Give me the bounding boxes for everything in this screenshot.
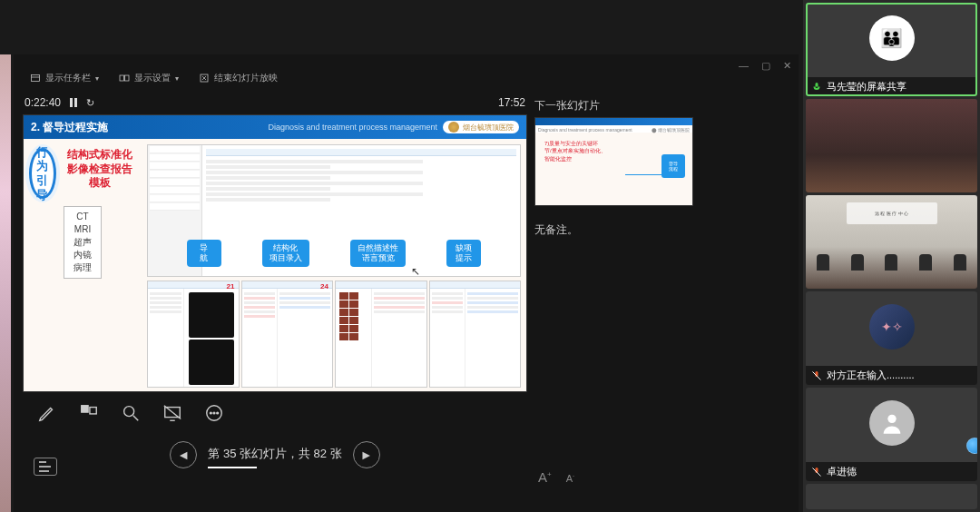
show-taskbar-button[interactable]: 显示任务栏 ▾ — [30, 72, 99, 84]
avatar: ✦✧ — [869, 304, 915, 350]
participant-tile-partial[interactable] — [806, 484, 977, 509]
slide-nav: ◄ 第 35 张幻灯片，共 82 张 ► — [23, 434, 527, 481]
participant-name: 对方正在输入.......... — [827, 369, 915, 382]
mock-thumbs-row: 21 24 — [147, 281, 521, 388]
minimize-icon[interactable]: — — [739, 60, 749, 72]
pill-nav: 导 航 — [187, 240, 221, 267]
next-slide-thumb[interactable]: Diagnosis and treatment process manageme… — [534, 117, 693, 206]
mic-off-icon — [811, 370, 822, 381]
restart-timer-icon[interactable]: ↻ — [86, 97, 94, 109]
pill-structured: 结构化 项目录入 — [262, 240, 309, 267]
modality-list: CT MRI 超声 内镜 病理 — [64, 206, 102, 279]
svg-point-17 — [217, 412, 219, 414]
next-slide-label: 下一张幻灯片 — [534, 94, 789, 117]
prev-slide-button[interactable]: ◄ — [170, 441, 197, 468]
slide-header-sub: Diagnosis and treatment process manageme… — [268, 123, 437, 132]
slides-view-icon[interactable] — [77, 401, 101, 425]
cursor-icon: ↖ — [411, 265, 420, 278]
next-line: 智能化监控 — [544, 156, 572, 162]
pen-icon[interactable] — [35, 401, 59, 425]
end-slideshow-button[interactable]: 结束幻灯片放映 — [199, 72, 278, 84]
slide-body: 行为 引导 结构式标准化影像检查报告模板 CT MRI 超声 内镜 病理 — [24, 139, 526, 392]
participant-tile[interactable]: ✦✧ 对方正在输入.......... — [806, 291, 977, 385]
participant-tile[interactable]: 远 程 医 疗 中 心 远程赵磊 — [806, 195, 977, 289]
modality-item: MRI — [74, 223, 92, 236]
clock-time: 17:52 — [498, 96, 525, 109]
slide-red-title: 结构式标准化影像检查报告模板 — [64, 148, 136, 191]
current-slide[interactable]: 2. 督导过程实施 Diagnosis and treatment proces… — [23, 114, 527, 392]
mock-thumb: 24 — [241, 281, 334, 388]
show-taskbar-label: 显示任务栏 — [45, 72, 91, 84]
annotation-toolbar — [23, 392, 527, 434]
right-pane: 下一张幻灯片 Diagnosis and treatment process m… — [534, 91, 789, 512]
black-screen-icon[interactable] — [161, 401, 184, 425]
content-row: 0:22:40 ↻ 17:52 2. 督导过程实施 Diagnosis and … — [14, 91, 799, 512]
svg-line-10 — [133, 416, 139, 421]
pill-missing: 缺项 提示 — [446, 240, 481, 267]
next-line: 节/重点对象实施自动化、 — [544, 148, 606, 153]
participant-tile[interactable]: 喀什地区第一人民医院 — [806, 99, 977, 192]
top-gap — [0, 0, 803, 54]
participants-panel: 👪 马先莹的屏幕共享 喀什地区第一人民医院 远 程 医 疗 中 心 远程赵磊 ✦… — [803, 0, 980, 512]
next-line: 7)质量与安全的关键环 — [544, 141, 598, 146]
chevron-down-icon: ▾ — [95, 74, 99, 83]
svg-rect-8 — [90, 408, 96, 414]
slide-header: 2. 督导过程实施 Diagnosis and treatment proces… — [24, 115, 526, 139]
video-feed — [806, 99, 977, 192]
current-slide-pane: 0:22:40 ↻ 17:52 2. 督导过程实施 Diagnosis and … — [23, 91, 527, 512]
hospital-badge: 烟台毓璜顶医院 — [443, 121, 519, 133]
slide-counter[interactable]: 第 35 张幻灯片，共 82 张 — [208, 446, 341, 465]
modality-item: 内镜 — [74, 249, 92, 261]
participant-name: 马先莹的屏幕共享 — [827, 80, 906, 94]
avatar: 👪 — [869, 15, 915, 61]
svg-rect-0 — [32, 75, 40, 82]
participant-tile[interactable]: 👪 马先莹的屏幕共享 — [806, 3, 977, 96]
mock-thumb — [335, 281, 427, 388]
font-decrease-button[interactable]: A- — [566, 473, 574, 484]
more-options-icon[interactable] — [202, 401, 226, 425]
svg-point-21 — [887, 415, 896, 423]
window-controls: — ▢ ✕ — [739, 60, 791, 72]
hospital-logo-icon — [448, 122, 459, 133]
behavior-guide-circle: 行为 引导 — [29, 148, 56, 199]
mock-thumb: 21 — [147, 281, 240, 388]
elapsed-time: 0:22:40 — [24, 96, 61, 109]
participant-tile[interactable]: 卓进德 — [806, 388, 977, 481]
presenter-toolbar: 显示任务栏 ▾ 显示设置 ▾ 结束幻灯片放映 — [14, 65, 799, 91]
svg-rect-7 — [82, 406, 88, 412]
pause-icon[interactable] — [70, 98, 77, 107]
time-row: 0:22:40 ↻ 17:52 — [23, 91, 527, 114]
close-icon[interactable]: ✕ — [783, 60, 791, 72]
mock-app-screenshot: 导 航 结构化 项目录入 自然描述性 语言预览 缺项 提示 ↖ — [147, 144, 521, 277]
slide-header-title: 督导过程实施 — [43, 121, 108, 133]
zoom-icon[interactable] — [119, 401, 142, 425]
mic-off-icon — [811, 467, 822, 478]
hospital-name: 烟台毓璜顶医院 — [463, 123, 514, 133]
svg-point-15 — [210, 412, 211, 414]
svg-rect-2 — [120, 75, 124, 81]
notes-empty-text: 无备注。 — [534, 223, 578, 236]
font-increase-button[interactable]: A+ — [538, 469, 552, 485]
end-slideshow-label: 结束幻灯片放映 — [214, 72, 278, 84]
next-slide-button[interactable]: ► — [353, 441, 380, 468]
participant-name: 卓进德 — [827, 465, 857, 478]
left-edge-strip — [0, 54, 11, 512]
pill-preview: 自然描述性 语言预览 — [350, 240, 406, 267]
slide-header-num: 2. — [31, 121, 40, 133]
modality-item: 病理 — [74, 261, 92, 274]
display-settings-button[interactable]: 显示设置 ▾ — [119, 72, 179, 84]
notes-section: 无备注。 — [534, 222, 789, 460]
display-settings-label: 显示设置 — [134, 72, 171, 84]
mock-thumb — [429, 281, 522, 388]
main-area: — ▢ ✕ 显示任务栏 ▾ 显示设置 ▾ 结束幻灯片放映 — [0, 0, 803, 512]
scroll-indicator-icon[interactable] — [966, 438, 977, 454]
avatar — [869, 400, 915, 446]
presenter-window: — ▢ ✕ 显示任务栏 ▾ 显示设置 ▾ 结束幻灯片放映 — [14, 54, 799, 512]
modality-item: CT — [74, 211, 92, 223]
maximize-icon[interactable]: ▢ — [761, 60, 770, 72]
next-blue-box: 督导 流程 — [662, 154, 685, 178]
modality-item: 超声 — [74, 236, 92, 249]
svg-point-16 — [213, 412, 215, 414]
outline-toggle-icon[interactable] — [34, 458, 57, 476]
svg-rect-3 — [125, 75, 130, 81]
